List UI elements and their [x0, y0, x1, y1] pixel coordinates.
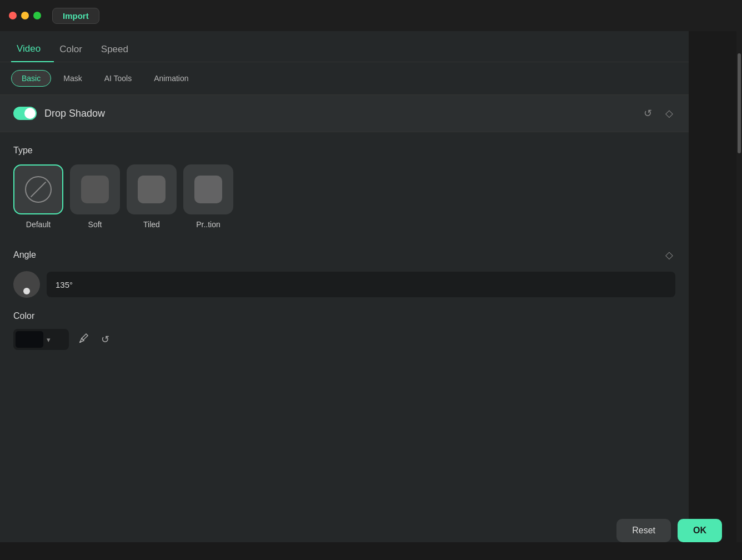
type-option-soft[interactable]: Soft [70, 164, 120, 229]
type-options: Default Soft Tiled Pr.. [13, 164, 675, 229]
color-label: Color [13, 311, 675, 321]
tab-animation[interactable]: Animation [144, 70, 198, 87]
svg-point-0 [79, 341, 81, 343]
chevron-down-icon: ▾ [47, 336, 51, 344]
eyedropper-button[interactable] [74, 329, 92, 350]
type-label: Type [13, 146, 675, 156]
tab-color[interactable]: Color [54, 39, 96, 62]
maximize-button[interactable] [33, 12, 41, 19]
tab-video[interactable]: Video [11, 39, 54, 62]
type-name-projection: Pr..tion [196, 220, 220, 229]
no-entry-line [31, 182, 46, 197]
soft-icon [81, 176, 109, 203]
color-row: ▾ ↺ [13, 329, 675, 350]
color-swatch [16, 331, 43, 348]
ok-button[interactable]: OK [678, 519, 722, 542]
angle-diamond-icon[interactable]: ◇ [663, 247, 675, 263]
eyedropper-icon [78, 333, 89, 344]
title-bar: Import [0, 0, 742, 31]
type-box-soft[interactable] [70, 164, 120, 214]
type-name-soft: Soft [88, 220, 102, 229]
header-icons: ↺ ◇ [641, 105, 675, 122]
angle-input[interactable] [47, 272, 675, 297]
traffic-lights [9, 12, 41, 19]
angle-knob[interactable] [13, 271, 40, 298]
scrollbar-track [736, 31, 742, 542]
drop-shadow-reset-icon[interactable]: ↺ [641, 105, 654, 122]
scrollbar-thumb[interactable] [738, 53, 741, 153]
tiled-icon [138, 176, 166, 203]
drop-shadow-diamond-icon[interactable]: ◇ [663, 105, 675, 122]
import-button[interactable]: Import [52, 8, 99, 24]
type-box-default[interactable] [13, 164, 63, 214]
color-reset-button[interactable]: ↺ [98, 330, 113, 349]
type-box-projection[interactable] [183, 164, 233, 214]
type-box-tiled[interactable] [127, 164, 177, 214]
angle-section: Angle ◇ [0, 233, 689, 298]
type-section: Type Default Soft [0, 132, 689, 229]
type-option-tiled[interactable]: Tiled [127, 164, 177, 229]
default-icon [25, 176, 52, 203]
type-name-tiled: Tiled [143, 220, 160, 229]
angle-knob-dot [23, 288, 30, 294]
type-option-default[interactable]: Default [13, 164, 63, 229]
type-name-default: Default [26, 220, 51, 229]
main-panel: Video Color Speed Basic Mask AI Tools An… [0, 31, 689, 542]
color-section: Color ▾ ↺ [0, 298, 689, 350]
tab-ai-tools[interactable]: AI Tools [94, 70, 142, 87]
minimize-button[interactable] [21, 12, 29, 19]
tab-mask[interactable]: Mask [53, 70, 92, 87]
drop-shadow-toggle[interactable] [13, 107, 37, 120]
angle-label: Angle [13, 250, 36, 260]
type-option-projection[interactable]: Pr..tion [183, 164, 233, 229]
tab-speed[interactable]: Speed [96, 39, 142, 62]
angle-row: Angle ◇ [13, 247, 675, 263]
drop-shadow-header: Drop Shadow ↺ ◇ [0, 95, 689, 132]
sub-tab-bar: Basic Mask AI Tools Animation [0, 62, 689, 95]
close-button[interactable] [9, 12, 17, 19]
reset-button[interactable]: Reset [616, 519, 671, 542]
tab-basic[interactable]: Basic [11, 70, 51, 87]
angle-value-row [13, 271, 675, 298]
color-swatch-button[interactable]: ▾ [13, 329, 69, 350]
bottom-bar: Reset OK [616, 519, 722, 542]
toggle-knob [24, 108, 36, 119]
drop-shadow-title: Drop Shadow [44, 108, 634, 119]
top-tab-bar: Video Color Speed [0, 31, 689, 62]
projection-icon [194, 176, 222, 203]
